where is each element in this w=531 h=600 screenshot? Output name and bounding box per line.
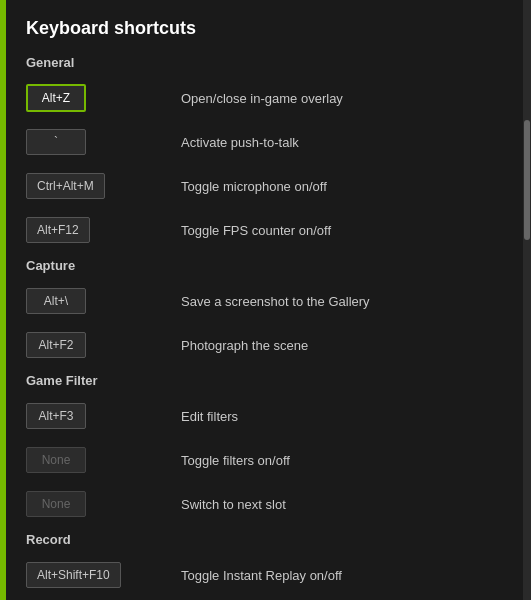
shortcut-row: Ctrl+Alt+MToggle microphone on/off (26, 168, 503, 204)
key-cell: Alt+F2 (26, 332, 181, 358)
key-badge[interactable]: None (26, 447, 86, 473)
key-cell: Ctrl+Alt+M (26, 173, 181, 199)
section-header-game-filter: Game Filter (26, 373, 503, 388)
section-header-general: General (26, 55, 503, 70)
scrollbar[interactable] (523, 0, 531, 600)
page-title: Keyboard shortcuts (26, 18, 503, 39)
key-badge[interactable]: Alt+F12 (26, 217, 90, 243)
main-container: Keyboard shortcuts GeneralAlt+ZOpen/clos… (0, 0, 531, 600)
key-badge[interactable]: Alt+F2 (26, 332, 86, 358)
section-header-capture: Capture (26, 258, 503, 273)
action-label: Activate push-to-talk (181, 135, 503, 150)
action-label: Photograph the scene (181, 338, 503, 353)
key-cell: Alt+F12 (26, 217, 181, 243)
key-cell: Alt+\ (26, 288, 181, 314)
section-header-record: Record (26, 532, 503, 547)
content-area[interactable]: Keyboard shortcuts GeneralAlt+ZOpen/clos… (6, 0, 523, 600)
key-cell: Alt+Z (26, 84, 181, 112)
action-label: Toggle FPS counter on/off (181, 223, 503, 238)
shortcut-row: `Activate push-to-talk (26, 124, 503, 160)
shortcut-row: Alt+F12Toggle FPS counter on/off (26, 212, 503, 248)
shortcut-row: Alt+Shift+F10Toggle Instant Replay on/of… (26, 557, 503, 593)
action-label: Save a screenshot to the Gallery (181, 294, 503, 309)
key-cell: Alt+Shift+F10 (26, 562, 181, 588)
key-cell: Alt+F3 (26, 403, 181, 429)
key-badge[interactable]: None (26, 491, 86, 517)
action-label: Edit filters (181, 409, 503, 424)
key-cell: None (26, 491, 181, 517)
shortcut-row: Alt+\Save a screenshot to the Gallery (26, 283, 503, 319)
shortcut-row: NoneSwitch to next slot (26, 486, 503, 522)
action-label: Switch to next slot (181, 497, 503, 512)
key-badge[interactable]: ` (26, 129, 86, 155)
key-badge[interactable]: Alt+\ (26, 288, 86, 314)
key-badge[interactable]: Alt+F3 (26, 403, 86, 429)
action-label: Open/close in-game overlay (181, 91, 503, 106)
key-badge[interactable]: Alt+Shift+F10 (26, 562, 121, 588)
shortcut-row: Alt+F2Photograph the scene (26, 327, 503, 363)
shortcut-row: Alt+F3Edit filters (26, 398, 503, 434)
action-label: Toggle filters on/off (181, 453, 503, 468)
shortcut-row: Alt+ZOpen/close in-game overlay (26, 80, 503, 116)
key-badge[interactable]: Alt+Z (26, 84, 86, 112)
action-label: Toggle microphone on/off (181, 179, 503, 194)
key-cell: ` (26, 129, 181, 155)
key-cell: None (26, 447, 181, 473)
shortcut-row: NoneToggle filters on/off (26, 442, 503, 478)
scrollbar-thumb[interactable] (524, 120, 530, 240)
action-label: Toggle Instant Replay on/off (181, 568, 503, 583)
key-badge[interactable]: Ctrl+Alt+M (26, 173, 105, 199)
